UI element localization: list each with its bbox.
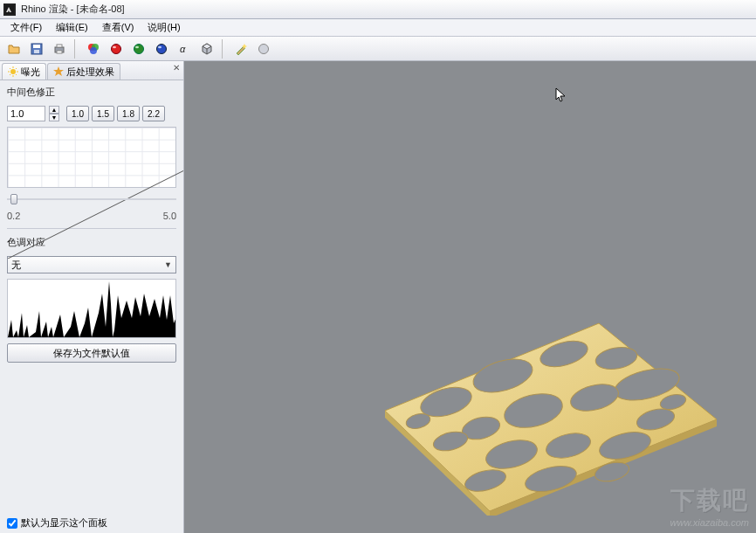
sphere-blue-icon[interactable] [151, 38, 172, 59]
tonemap-dropdown[interactable]: 无 ▼ [7, 256, 176, 273]
svg-point-9 [90, 47, 97, 54]
tonemap-selected: 无 [11, 259, 21, 272]
histogram [7, 279, 176, 338]
show-panel-checkbox[interactable]: 默认为显示这个面板 [7, 516, 107, 530]
svg-point-17 [259, 44, 269, 53]
viewport[interactable]: 下载吧 www.xiazaiba.com [184, 61, 756, 533]
close-icon[interactable]: ✕ [173, 63, 180, 73]
midtone-label: 中间色修正 [7, 86, 176, 99]
svg-point-12 [134, 44, 144, 53]
svg-point-18 [10, 69, 16, 74]
cursor-icon [555, 87, 567, 103]
sphere-green-icon[interactable] [128, 38, 149, 59]
circle-icon[interactable] [253, 38, 274, 59]
menubar: 文件(F) 编辑(E) 查看(V) 说明(H) [0, 19, 756, 37]
gamma-slider[interactable] [7, 193, 176, 205]
alpha-icon[interactable]: α [174, 38, 195, 59]
slider-thumb[interactable] [10, 194, 17, 204]
show-panel-check-input[interactable] [7, 518, 17, 529]
toolbar-sep [74, 39, 79, 59]
svg-rect-5 [57, 45, 62, 47]
sun-icon [8, 66, 18, 77]
menu-edit[interactable]: 编辑(E) [49, 19, 95, 36]
save-default-button[interactable]: 保存为文件默认值 [7, 343, 176, 363]
panel-tabs: 曝光 后处理效果 [0, 61, 183, 80]
cube-icon[interactable] [196, 38, 217, 59]
watermark-brand: 下载吧 [670, 484, 749, 517]
tab-exposure[interactable]: 曝光 [2, 63, 46, 80]
wand-icon[interactable] [230, 38, 251, 59]
save-icon[interactable] [26, 38, 47, 59]
tab-postfx-label: 后处理效果 [66, 66, 114, 79]
sphere-rgb-icon[interactable] [83, 38, 104, 59]
print-icon[interactable] [49, 38, 70, 59]
titlebar: Rhino 渲染 - [未命名-08] [0, 0, 756, 19]
svg-line-24 [16, 74, 17, 75]
open-icon[interactable] [3, 38, 24, 59]
svg-line-25 [16, 68, 17, 69]
svg-point-11 [113, 45, 116, 48]
svg-line-23 [10, 68, 10, 69]
midtone-input[interactable] [7, 106, 45, 121]
svg-point-10 [112, 44, 121, 53]
preset-22[interactable]: 2.2 [142, 106, 165, 121]
chevron-down-icon: ▼ [164, 260, 172, 269]
svg-marker-28 [8, 281, 176, 337]
sidebar-panel: ✕ 曝光 后处理效果 中间色修正 ▲ ▼ 1.0 1.5 [0, 61, 184, 533]
watermark: 下载吧 www.xiazaiba.com [670, 484, 749, 528]
svg-rect-3 [34, 50, 39, 53]
window-title: Rhino 渲染 - [未命名-08] [21, 3, 125, 16]
curve-graph [7, 127, 176, 188]
show-panel-label: 默认为显示这个面板 [21, 516, 107, 530]
svg-line-26 [10, 74, 10, 75]
svg-text:α: α [180, 44, 186, 54]
sphere-red-icon[interactable] [106, 38, 127, 59]
preset-10[interactable]: 1.0 [66, 106, 89, 121]
spin-up[interactable]: ▲ [49, 106, 59, 114]
tab-exposure-label: 曝光 [21, 66, 40, 79]
app-icon [3, 3, 16, 16]
svg-point-15 [158, 45, 162, 48]
preset-15[interactable]: 1.5 [92, 106, 114, 121]
toolbar: α [0, 37, 756, 61]
menu-help[interactable]: 说明(H) [141, 19, 187, 36]
tab-postfx[interactable]: 后处理效果 [47, 63, 120, 80]
svg-point-14 [157, 44, 167, 53]
svg-point-13 [135, 45, 139, 48]
menu-view[interactable]: 查看(V) [95, 19, 141, 36]
star-icon [53, 66, 64, 77]
svg-rect-6 [57, 51, 62, 53]
spin-down[interactable]: ▼ [49, 114, 59, 121]
watermark-url: www.xiazaiba.com [670, 517, 749, 528]
menu-file[interactable]: 文件(F) [3, 19, 49, 36]
preset-18[interactable]: 1.8 [117, 106, 140, 121]
toolbar-sep-2 [222, 39, 226, 59]
svg-rect-2 [33, 45, 40, 48]
